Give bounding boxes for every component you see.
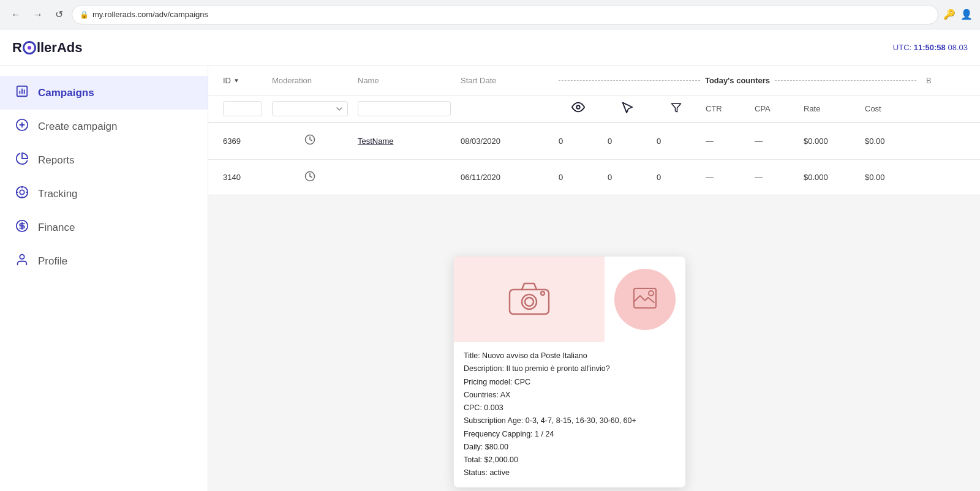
reload-button[interactable]: ↺ [51,6,67,23]
address-bar[interactable]: 🔒 my.rollerads.com/adv/campaigns [72,5,938,24]
pricing-value: CPC [514,378,530,386]
tooltip-daily: Daily: $80.00 [464,441,676,454]
forward-button[interactable]: → [29,7,47,23]
description-value: Il tuo premio è pronto all'invio? [506,364,609,373]
eye-icon [571,100,585,117]
clock-icon [304,134,315,148]
th-start-date: Start Date [456,66,554,95]
main-layout: Campaigns Create campaign Reports [0,66,980,491]
filter-cpa-cell: CPA [750,96,799,122]
campaign-tooltip: Title: Nuovo avviso da Poste Italiano De… [453,256,686,488]
svg-point-9 [576,105,580,109]
cell-id-1: 6369 [218,123,267,159]
cpc-value: 0.003 [484,403,503,412]
clock-icon-2 [304,171,315,184]
today-counters-label: Today's counters [705,76,770,85]
status-label: Status: [464,468,488,477]
create-campaign-label: Create campaign [38,121,117,133]
logo-o-icon [23,41,36,54]
filter-eye-cell [554,96,603,122]
svg-point-16 [541,291,545,295]
tracking-icon [15,186,29,202]
sidebar-item-profile[interactable]: Profile [0,244,208,278]
description-label: Description: [464,364,504,373]
campaigns-label: Campaigns [38,87,94,99]
tooltip-cpc: CPC: 0.003 [464,402,676,414]
cell-cost-1: $0.00 [860,123,921,159]
title-label: Title: [464,351,480,360]
tooltip-sub-age: Subscription Age: 0-3, 4-7, 8-15, 16-30,… [464,414,676,427]
app-header: R llerAds UTC: 11:50:58 08.03 [0,29,980,66]
sub-age-value: 0-3, 4-7, 8-15, 16-30, 30-60, 60+ [526,416,636,425]
cpc-label: CPC: [464,403,482,412]
cell-date-1: 08/03/2020 [456,123,554,159]
table-container: ID ▼ Moderation Name Start Date [208,66,980,195]
sidebar-item-tracking[interactable]: Tracking [0,177,208,211]
freq-label: Frequency Capping: [464,430,533,438]
filter-cost-cell: Cost [860,96,921,122]
cell-cpa-2: — [750,160,799,195]
table-row: 6369 TestName 08/03/2020 0 0 0 [208,123,980,160]
cell-ctr-1: — [701,123,750,159]
th-id[interactable]: ID ▼ [218,66,267,95]
sidebar-item-finance[interactable]: Finance [0,211,208,244]
tooltip-freq: Frequency Capping: 1 / 24 [464,428,676,441]
filter-id-input[interactable] [223,101,262,116]
lock-icon: 🔒 [80,10,89,19]
cell-clicks-1: 0 [603,123,652,159]
app-container: R llerAds UTC: 11:50:58 08.03 Campaigns [0,29,980,491]
total-label: Total: [464,455,482,464]
sort-arrow-icon: ▼ [233,77,239,84]
svg-point-8 [20,255,24,259]
utc-label: UTC: [893,43,911,52]
sidebar-item-create-campaign[interactable]: Create campaign [0,110,208,143]
profile-icon-button[interactable]: 👤 [960,9,973,20]
tooltip-circle-image [614,269,676,330]
cell-date-2: 06/11/2020 [456,160,554,195]
th-moderation: Moderation [267,66,353,95]
cursor-icon [620,100,634,117]
url-text: my.rollerads.com/adv/campaigns [92,10,208,19]
key-icon-button[interactable]: 🔑 [943,9,956,20]
camera-icon [507,280,551,319]
campaigns-icon [15,84,29,101]
sidebar-item-reports[interactable]: Reports [0,143,208,177]
cell-conv-2: 0 [652,160,701,195]
cpa-label: CPA [755,104,771,113]
campaign-link-1[interactable]: TestName [358,137,394,146]
tooltip-total: Total: $2,000.00 [464,454,676,467]
create-campaign-icon [15,118,29,135]
status-value: active [489,468,510,477]
freq-value: 1 / 24 [535,430,554,438]
filter-date-cell [456,96,554,122]
filter-id-cell [218,96,267,122]
image-placeholder-icon [633,287,657,312]
cell-conv-1: 0 [652,123,701,159]
filter-moderation-select[interactable]: Approved Pending Rejected [272,101,348,116]
svg-point-15 [525,298,533,306]
profile-icon [15,253,29,269]
cell-cost-2: $0.00 [860,160,921,195]
sub-age-label: Subscription Age: [464,416,523,425]
tooltip-images [454,257,685,342]
logo: R llerAds [12,40,82,56]
counter-divider-right [775,80,916,81]
content-area: ID ▼ Moderation Name Start Date [208,66,980,491]
utc-time: UTC: 11:50:58 08.03 [893,43,968,52]
utc-clock: 11:50:58 [914,43,946,52]
cell-name-1[interactable]: TestName [353,123,456,159]
filter-ctr-cell: CTR [701,96,750,122]
filter-cursor-cell [603,96,652,122]
sidebar-item-campaigns[interactable]: Campaigns [0,76,208,110]
back-button[interactable]: ← [7,7,24,23]
filter-name-cell [353,96,456,122]
th-name: Name [353,66,456,95]
funnel-icon [671,102,682,116]
tooltip-countries: Countries: AX [464,389,676,402]
cell-moderation-2 [267,160,353,195]
filter-name-input[interactable] [358,101,451,116]
today-counters-header: Today's counters [554,66,921,95]
th-budget: B [921,66,970,95]
svg-point-18 [649,291,654,296]
cell-clicks-2: 0 [603,160,652,195]
